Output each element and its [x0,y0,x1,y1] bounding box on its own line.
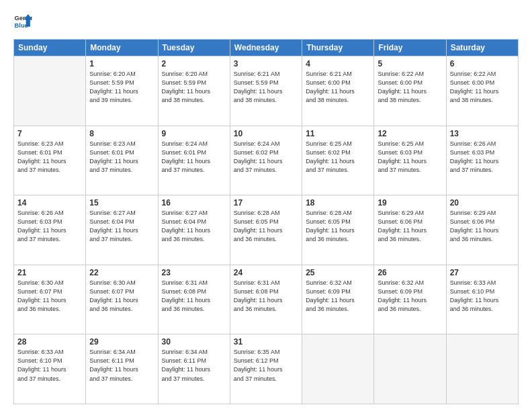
header: General Blue [13,12,519,31]
day-number: 29 [89,337,154,347]
day-info: Sunrise: 6:30 AM Sunset: 6:07 PM Dayligh… [17,279,82,314]
calendar-cell: 10Sunrise: 6:24 AM Sunset: 6:02 PM Dayli… [230,126,302,195]
day-number: 15 [89,198,154,208]
day-number: 9 [162,129,226,138]
calendar-table: SundayMondayTuesdayWednesdayThursdayFrid… [13,39,519,404]
week-row-5: 28Sunrise: 6:33 AM Sunset: 6:10 PM Dayli… [14,334,519,404]
day-number: 22 [89,268,154,277]
day-info: Sunrise: 6:30 AM Sunset: 6:07 PM Dayligh… [89,279,154,314]
day-number: 27 [450,268,515,277]
day-info: Sunrise: 6:23 AM Sunset: 6:01 PM Dayligh… [17,140,82,175]
week-row-2: 7Sunrise: 6:23 AM Sunset: 6:01 PM Daylig… [14,126,519,195]
day-number: 13 [450,129,515,138]
day-info: Sunrise: 6:28 AM Sunset: 6:05 PM Dayligh… [234,209,298,244]
weekday-header-row: SundayMondayTuesdayWednesdayThursdayFrid… [14,40,519,56]
calendar-cell: 15Sunrise: 6:27 AM Sunset: 6:04 PM Dayli… [86,195,158,265]
day-info: Sunrise: 6:27 AM Sunset: 6:04 PM Dayligh… [89,209,154,244]
day-number: 24 [234,268,298,277]
calendar-cell: 30Sunrise: 6:34 AM Sunset: 6:11 PM Dayli… [158,334,230,404]
calendar-cell: 2Sunrise: 6:20 AM Sunset: 5:59 PM Daylig… [158,56,230,126]
day-info: Sunrise: 6:32 AM Sunset: 6:09 PM Dayligh… [306,279,370,314]
day-number: 14 [17,198,82,208]
calendar-cell: 28Sunrise: 6:33 AM Sunset: 6:10 PM Dayli… [14,334,86,404]
weekday-header-tuesday: Tuesday [158,40,230,56]
day-info: Sunrise: 6:22 AM Sunset: 6:00 PM Dayligh… [378,70,442,105]
day-info: Sunrise: 6:20 AM Sunset: 5:59 PM Dayligh… [89,70,154,105]
day-number: 17 [234,198,298,208]
day-info: Sunrise: 6:26 AM Sunset: 6:03 PM Dayligh… [17,209,82,244]
day-info: Sunrise: 6:24 AM Sunset: 6:02 PM Dayligh… [234,140,298,175]
day-info: Sunrise: 6:32 AM Sunset: 6:09 PM Dayligh… [378,279,442,314]
day-number: 31 [234,337,298,347]
day-number: 18 [306,198,370,208]
calendar-cell [374,334,446,404]
calendar-cell: 25Sunrise: 6:32 AM Sunset: 6:09 PM Dayli… [302,265,374,334]
calendar-cell: 31Sunrise: 6:35 AM Sunset: 6:12 PM Dayli… [230,334,302,404]
calendar-cell: 9Sunrise: 6:24 AM Sunset: 6:01 PM Daylig… [158,126,230,195]
calendar-cell: 5Sunrise: 6:22 AM Sunset: 6:00 PM Daylig… [374,56,446,126]
weekday-header-monday: Monday [86,40,158,56]
day-number: 4 [306,59,370,68]
day-info: Sunrise: 6:20 AM Sunset: 5:59 PM Dayligh… [162,70,226,105]
day-number: 5 [378,59,442,68]
day-number: 2 [162,59,226,68]
week-row-3: 14Sunrise: 6:26 AM Sunset: 6:03 PM Dayli… [14,195,519,265]
calendar-cell: 7Sunrise: 6:23 AM Sunset: 6:01 PM Daylig… [14,126,86,195]
day-number: 3 [234,59,298,68]
calendar-cell: 8Sunrise: 6:23 AM Sunset: 6:01 PM Daylig… [86,126,158,195]
weekday-header-friday: Friday [374,40,446,56]
calendar-cell: 16Sunrise: 6:27 AM Sunset: 6:04 PM Dayli… [158,195,230,265]
day-info: Sunrise: 6:25 AM Sunset: 6:03 PM Dayligh… [378,140,442,175]
week-row-4: 21Sunrise: 6:30 AM Sunset: 6:07 PM Dayli… [14,265,519,334]
day-info: Sunrise: 6:34 AM Sunset: 6:11 PM Dayligh… [89,348,154,383]
calendar-cell: 3Sunrise: 6:21 AM Sunset: 5:59 PM Daylig… [230,56,302,126]
calendar-cell: 18Sunrise: 6:28 AM Sunset: 6:05 PM Dayli… [302,195,374,265]
calendar-cell: 23Sunrise: 6:31 AM Sunset: 6:08 PM Dayli… [158,265,230,334]
calendar-cell: 17Sunrise: 6:28 AM Sunset: 6:05 PM Dayli… [230,195,302,265]
day-number: 26 [378,268,442,277]
day-number: 6 [450,59,515,68]
calendar-cell [446,334,518,404]
day-info: Sunrise: 6:28 AM Sunset: 6:05 PM Dayligh… [306,209,370,244]
day-info: Sunrise: 6:21 AM Sunset: 5:59 PM Dayligh… [234,70,298,105]
calendar-cell: 1Sunrise: 6:20 AM Sunset: 5:59 PM Daylig… [86,56,158,126]
day-info: Sunrise: 6:24 AM Sunset: 6:01 PM Dayligh… [162,140,226,175]
day-info: Sunrise: 6:33 AM Sunset: 6:10 PM Dayligh… [450,279,515,314]
day-number: 28 [17,337,82,347]
page: General Blue SundayMondayTuesdayWednesda… [0,0,532,411]
day-info: Sunrise: 6:29 AM Sunset: 6:06 PM Dayligh… [450,209,515,244]
day-number: 1 [89,59,154,68]
day-number: 10 [234,129,298,138]
day-info: Sunrise: 6:34 AM Sunset: 6:11 PM Dayligh… [162,348,226,383]
weekday-header-sunday: Sunday [14,40,86,56]
day-info: Sunrise: 6:33 AM Sunset: 6:10 PM Dayligh… [17,348,82,383]
day-number: 8 [89,129,154,138]
day-info: Sunrise: 6:26 AM Sunset: 6:03 PM Dayligh… [450,140,515,175]
day-info: Sunrise: 6:22 AM Sunset: 6:00 PM Dayligh… [450,70,515,105]
calendar-cell: 29Sunrise: 6:34 AM Sunset: 6:11 PM Dayli… [86,334,158,404]
day-info: Sunrise: 6:21 AM Sunset: 6:00 PM Dayligh… [306,70,370,105]
calendar-cell: 21Sunrise: 6:30 AM Sunset: 6:07 PM Dayli… [14,265,86,334]
calendar-cell: 22Sunrise: 6:30 AM Sunset: 6:07 PM Dayli… [86,265,158,334]
weekday-header-saturday: Saturday [446,40,518,56]
day-info: Sunrise: 6:35 AM Sunset: 6:12 PM Dayligh… [234,348,298,383]
day-info: Sunrise: 6:29 AM Sunset: 6:06 PM Dayligh… [378,209,442,244]
day-number: 25 [306,268,370,277]
day-number: 11 [306,129,370,138]
day-number: 16 [162,198,226,208]
day-number: 20 [450,198,515,208]
logo: General Blue [13,12,32,31]
day-number: 23 [162,268,226,277]
calendar-cell [14,56,86,126]
calendar-cell: 24Sunrise: 6:31 AM Sunset: 6:08 PM Dayli… [230,265,302,334]
calendar-cell: 19Sunrise: 6:29 AM Sunset: 6:06 PM Dayli… [374,195,446,265]
weekday-header-thursday: Thursday [302,40,374,56]
weekday-header-wednesday: Wednesday [230,40,302,56]
week-row-1: 1Sunrise: 6:20 AM Sunset: 5:59 PM Daylig… [14,56,519,126]
day-info: Sunrise: 6:31 AM Sunset: 6:08 PM Dayligh… [162,279,226,314]
calendar-cell [302,334,374,404]
calendar-cell: 6Sunrise: 6:22 AM Sunset: 6:00 PM Daylig… [446,56,518,126]
calendar-cell: 4Sunrise: 6:21 AM Sunset: 6:00 PM Daylig… [302,56,374,126]
generalblue-logo-icon: General Blue [13,12,32,31]
day-info: Sunrise: 6:23 AM Sunset: 6:01 PM Dayligh… [89,140,154,175]
